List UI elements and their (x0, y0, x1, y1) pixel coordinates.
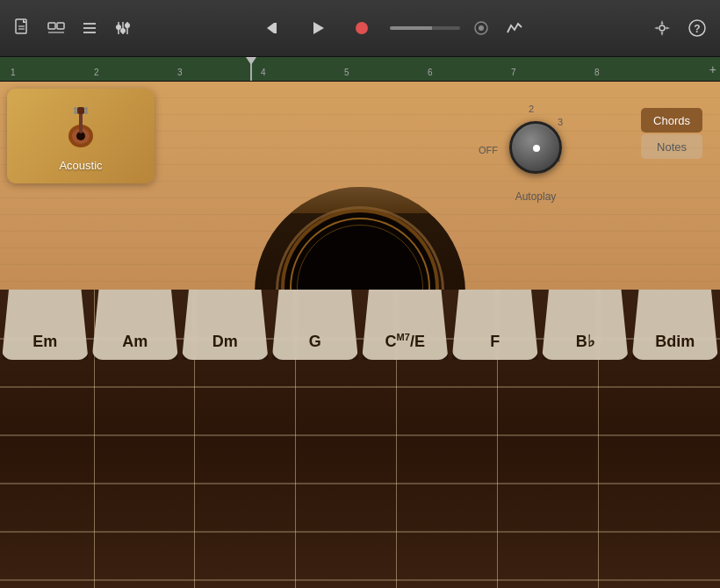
fret-line-4 (0, 483, 720, 484)
autoplay-dial[interactable] (509, 121, 562, 174)
fret-line-2 (0, 386, 720, 388)
svg-point-14 (125, 23, 130, 28)
chord-key-dm[interactable]: Dm (182, 290, 269, 360)
ruler-mark-1: 1 (11, 68, 16, 77)
mixer-icon[interactable] (111, 16, 135, 40)
track-block[interactable]: Acoustic (7, 89, 155, 183)
guitar-icon (54, 101, 107, 154)
svg-point-18 (356, 22, 368, 34)
ruler-mark-3: 3 (177, 68, 183, 77)
chord-label-g: G (309, 333, 321, 351)
new-document-icon[interactable] (11, 16, 35, 40)
playhead-marker (246, 57, 256, 65)
chord-key-bdim[interactable]: Bdim (632, 290, 719, 360)
svg-rect-3 (48, 23, 55, 29)
autoplay-2-label: 2 (529, 104, 534, 114)
chord-key-am[interactable]: Am (92, 290, 179, 360)
chord-label-f: F (490, 333, 500, 351)
ruler-mark-5: 5 (344, 68, 349, 77)
chord-label-em: Em (32, 333, 57, 351)
svg-rect-28 (77, 107, 84, 114)
notes-button[interactable]: Notes (641, 134, 702, 159)
svg-point-30 (74, 111, 77, 114)
chords-button[interactable]: Chords (641, 108, 702, 133)
fret-line-5 (0, 531, 720, 533)
chord-key-g[interactable]: G (272, 290, 359, 360)
chord-label-cm7e: CM7/E (385, 332, 425, 351)
toolbar-right: ? (650, 16, 709, 40)
svg-rect-27 (79, 111, 83, 133)
record-button[interactable] (346, 12, 378, 44)
toolbar-center (142, 12, 643, 44)
toolbar: ? (0, 0, 720, 57)
ruler-mark-2: 2 (94, 68, 99, 77)
svg-point-21 (659, 25, 665, 31)
settings-icon[interactable] (650, 16, 674, 40)
chord-notes-toggle: Chords Notes (641, 108, 702, 159)
svg-point-29 (74, 107, 77, 111)
chord-key-em[interactable]: Em (2, 290, 89, 360)
svg-point-20 (479, 25, 484, 31)
help-icon[interactable]: ? (685, 16, 709, 40)
chord-key-bb[interactable]: B♭ (542, 290, 629, 360)
fret-line-3 (0, 434, 720, 436)
ruler-mark-7: 7 (511, 68, 516, 77)
autoplay-area: OFF 2 3 4 Autoplay (492, 108, 580, 203)
ruler: 1 2 3 4 5 6 7 8 + (0, 57, 720, 81)
toolbar-left (11, 16, 135, 40)
timeline[interactable]: 1 2 3 4 5 6 7 8 + (0, 57, 720, 82)
main-content: Acoustic OFF 2 3 4 Autoplay Chords Notes (0, 82, 720, 588)
autoplay-off-label: OFF (479, 145, 498, 155)
ruler-mark-4: 4 (261, 68, 266, 77)
svg-rect-16 (274, 23, 277, 33)
chord-key-f[interactable]: F (452, 290, 539, 360)
master-volume-icon (472, 19, 490, 37)
svg-text:?: ? (694, 23, 700, 35)
svg-point-10 (116, 25, 121, 30)
ruler-mark-8: 8 (594, 68, 600, 77)
chords-row: Em Am Dm G CM7/E F B♭ Bdim (0, 290, 720, 360)
svg-point-31 (84, 107, 88, 111)
svg-marker-15 (267, 23, 274, 33)
smart-controls-icon[interactable] (502, 16, 527, 40)
playhead[interactable] (250, 57, 252, 81)
volume-slider[interactable] (390, 26, 460, 30)
track-name: Acoustic (59, 159, 102, 172)
fret-line-6 (0, 579, 720, 581)
svg-marker-17 (313, 22, 324, 34)
autoplay-label: Autoplay (515, 190, 557, 203)
rewind-button[interactable] (258, 12, 290, 44)
chord-key-cm7e[interactable]: CM7/E (362, 290, 449, 360)
chord-label-bdim: Bdim (655, 333, 695, 351)
ruler-mark-6: 6 (428, 68, 433, 77)
dial-indicator (533, 145, 540, 152)
add-track-button[interactable]: + (709, 62, 716, 76)
chord-label-bb: B♭ (576, 332, 594, 351)
svg-point-32 (84, 111, 88, 114)
play-button[interactable] (302, 12, 334, 44)
autoplay-3-label: 3 (558, 117, 563, 127)
loop-icon[interactable] (44, 16, 68, 40)
svg-point-12 (120, 28, 126, 33)
chord-label-am: Am (122, 333, 148, 351)
chord-label-dm: Dm (212, 333, 238, 351)
list-icon[interactable] (77, 16, 102, 40)
svg-rect-4 (57, 23, 64, 29)
